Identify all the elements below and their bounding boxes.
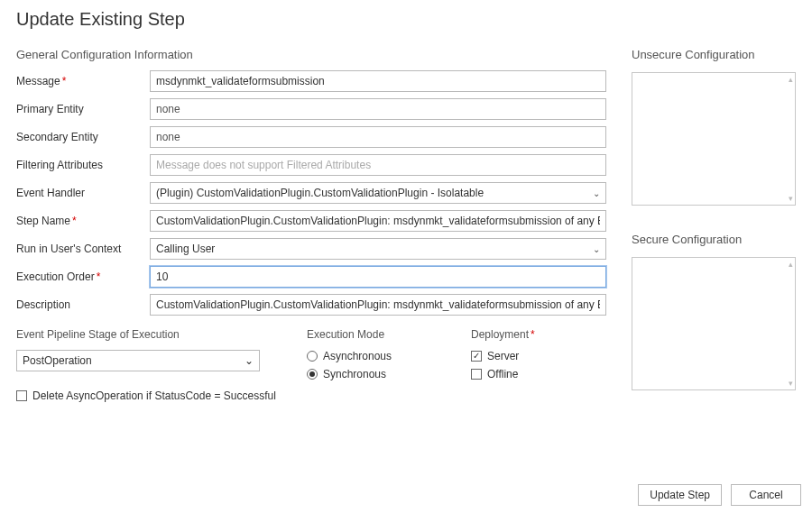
execution-order-input[interactable] bbox=[150, 266, 606, 288]
event-handler-value: (Plugin) CustomValidationPlugin.CustomVa… bbox=[156, 187, 484, 199]
footer-buttons: Update Step Cancel bbox=[638, 484, 801, 506]
description-input[interactable] bbox=[150, 294, 606, 316]
right-panel: Unsecure Configuration ▴ ▾ Secure Config… bbox=[632, 42, 796, 402]
event-handler-label: Event Handler bbox=[16, 187, 150, 199]
secure-config-textarea[interactable]: ▴ ▾ bbox=[632, 257, 796, 390]
required-marker: * bbox=[531, 328, 535, 341]
scroll-up-icon: ▴ bbox=[789, 75, 793, 84]
server-label: Server bbox=[487, 350, 519, 362]
offline-checkbox[interactable] bbox=[471, 369, 482, 380]
secondary-entity-label: Secondary Entity bbox=[16, 131, 150, 143]
primary-entity-label: Primary Entity bbox=[16, 103, 150, 115]
pipeline-stage-value: PostOperation bbox=[23, 354, 92, 367]
scroll-up-icon: ▴ bbox=[789, 260, 793, 269]
synchronous-radio[interactable] bbox=[307, 369, 318, 380]
delete-async-checkbox[interactable] bbox=[16, 390, 27, 401]
unsecure-config-heading: Unsecure Configuration bbox=[632, 48, 796, 61]
required-marker: * bbox=[97, 270, 101, 283]
asynchronous-label: Asynchronous bbox=[323, 350, 392, 362]
synchronous-label: Synchronous bbox=[323, 368, 386, 380]
primary-entity-input[interactable] bbox=[150, 98, 606, 120]
dialog-root: Update Existing Step General Configurati… bbox=[0, 0, 812, 513]
filtering-attributes-input[interactable] bbox=[150, 154, 606, 176]
server-checkbox[interactable] bbox=[471, 351, 482, 362]
execution-mode-heading: Execution Mode bbox=[307, 328, 442, 341]
cancel-button[interactable]: Cancel bbox=[731, 484, 801, 506]
event-handler-select[interactable]: (Plugin) CustomValidationPlugin.CustomVa… bbox=[150, 182, 606, 204]
delete-async-label: Delete AsyncOperation if StatusCode = Su… bbox=[32, 389, 276, 402]
run-in-user-label: Run in User's Context bbox=[16, 243, 150, 255]
execution-order-label: Execution Order* bbox=[16, 270, 150, 283]
pipeline-stage-heading: Event Pipeline Stage of Execution bbox=[16, 328, 278, 341]
message-input[interactable] bbox=[150, 70, 606, 92]
message-label: Message* bbox=[16, 75, 150, 87]
scroll-down-icon: ▾ bbox=[789, 379, 793, 388]
step-name-label: Step Name* bbox=[16, 215, 150, 227]
secondary-entity-input[interactable] bbox=[150, 126, 606, 148]
asynchronous-radio[interactable] bbox=[307, 351, 318, 362]
general-config-heading: General Configuration Information bbox=[16, 48, 606, 61]
description-label: Description bbox=[16, 298, 150, 311]
step-name-input[interactable] bbox=[150, 210, 606, 232]
required-marker: * bbox=[62, 75, 67, 87]
unsecure-config-textarea[interactable]: ▴ ▾ bbox=[632, 72, 796, 206]
offline-label: Offline bbox=[487, 368, 518, 380]
scroll-down-icon: ▾ bbox=[789, 194, 793, 203]
left-panel: General Configuration Information Messag… bbox=[16, 42, 606, 402]
required-marker: * bbox=[72, 215, 77, 227]
filtering-attributes-label: Filtering Attributes bbox=[16, 159, 150, 171]
chevron-down-icon: ⌄ bbox=[245, 354, 254, 367]
chevron-down-icon: ⌄ bbox=[593, 244, 600, 254]
run-in-user-value: Calling User bbox=[156, 243, 215, 255]
pipeline-stage-select[interactable]: PostOperation ⌄ bbox=[16, 350, 260, 371]
chevron-down-icon: ⌄ bbox=[593, 188, 600, 198]
deployment-heading: Deployment* bbox=[471, 328, 606, 341]
run-in-user-select[interactable]: Calling User ⌄ bbox=[150, 238, 606, 260]
secure-config-heading: Secure Configuration bbox=[632, 233, 796, 246]
update-step-button[interactable]: Update Step bbox=[638, 484, 722, 506]
page-title: Update Existing Step bbox=[16, 9, 796, 30]
